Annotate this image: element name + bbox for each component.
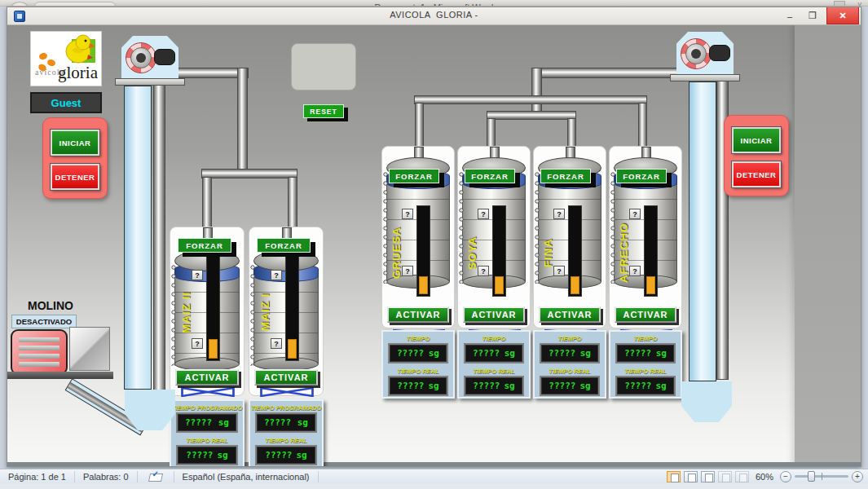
forzar-button-afrecho[interactable]: FORZAR (616, 169, 667, 183)
silo-bolt-column (610, 170, 617, 284)
elevator-pipe-left (153, 82, 165, 393)
silo-name-label: FINA (542, 217, 560, 289)
elevator-pulley (709, 45, 730, 61)
programmed-time-value: ????? (185, 417, 212, 428)
activar-button-gruesa[interactable]: ACTIVAR (387, 306, 449, 323)
time-unit: sg (579, 381, 590, 391)
silo-card-maiz-ii: ??MAIZ IIFORZARACTIVAR (170, 227, 245, 396)
web-layout-icon[interactable] (701, 471, 715, 482)
silo-legs (466, 323, 523, 328)
time-unit: sg (218, 417, 229, 428)
placeholder-display-box (291, 43, 356, 90)
silo-name-label: AFRECHO (618, 217, 636, 289)
forzar-button-maiz-i[interactable]: FORZAR (257, 238, 311, 253)
programmed-time-display: ?????sg (540, 343, 600, 363)
silo-card-maiz-i: ??MAIZ IFORZARACTIVAR (249, 227, 324, 396)
forzar-button-gruesa[interactable]: FORZAR (389, 169, 439, 183)
real-time-display: ?????sg (176, 445, 238, 465)
elevator-boot-right (681, 381, 732, 422)
activar-button-maiz-ii[interactable]: ACTIVAR (175, 369, 239, 385)
elevator-platform (670, 74, 740, 82)
outline-view-icon[interactable] (718, 471, 732, 482)
background-right-column (795, 25, 861, 466)
right-start-button[interactable]: INICIAR (732, 127, 781, 153)
timer-panel: TIEMPO PROGRAMADO?????sgTIEMPO REAL?????… (457, 330, 531, 399)
background-window-title: Documento1 - Microsoft Word (0, 1, 868, 7)
left-stop-button[interactable]: DETENER (51, 164, 99, 190)
transfer-pipe (487, 118, 496, 147)
full-screen-reading-icon[interactable] (684, 471, 698, 482)
right-stop-button[interactable]: DETENER (732, 161, 781, 187)
activar-button-maiz-i[interactable]: ACTIVAR (254, 369, 318, 385)
real-time-value: ????? (549, 381, 575, 391)
elevator-platform (115, 78, 185, 86)
motor-hub (136, 53, 146, 63)
statusbar: Página: 1 de 1 Palabras: 0 ✓ Español (Es… (0, 469, 868, 483)
forzar-button-fina[interactable]: FORZAR (540, 169, 591, 183)
zoom-in-icon[interactable]: + (852, 471, 863, 482)
minimize-button[interactable]: – (779, 7, 800, 24)
left-start-button[interactable]: INICIAR (51, 130, 99, 156)
reset-button[interactable]: RESET (303, 104, 344, 118)
transfer-pipe (414, 95, 647, 104)
right-control-panel: INICIAR DETENER (724, 115, 789, 196)
silo-card-fina: ??FINAFORZARACTIVAR (533, 146, 606, 328)
timer-panel: TIEMPO PROGRAMADO?????sgTIEMPO REAL?????… (533, 330, 606, 399)
real-time-label: TIEMPO REAL (383, 368, 453, 375)
programmed-time-display: ?????sg (255, 412, 317, 433)
level-gauge (285, 249, 299, 361)
zoom-level[interactable]: 60% (756, 472, 773, 482)
silo-legs (258, 385, 316, 395)
maximize-button[interactable]: ❒ (802, 7, 823, 24)
real-time-value: ????? (397, 381, 424, 391)
activar-button-soya[interactable]: ACTIVAR (463, 306, 525, 323)
time-unit: sg (580, 348, 591, 359)
motor-icon (126, 42, 156, 73)
molino-shelf (7, 372, 113, 379)
user-login-button[interactable]: Guest (30, 92, 102, 113)
close-button[interactable]: ✕ (826, 7, 859, 24)
screen: Documento1 - Microsoft Word v AVICOLA GL… (0, 0, 868, 489)
company-logo: avícola gloria (30, 31, 102, 86)
timer-panel: TIEMPO PROGRAMADO?????sgTIEMPO REAL?????… (609, 330, 682, 399)
transfer-pipe (487, 111, 576, 120)
statusbar-word-count[interactable]: Palabras: 0 (75, 471, 138, 482)
silo-legs (542, 323, 599, 328)
statusbar-right-group: 60% − + (667, 471, 868, 482)
timer-panel: TIEMPO PROGRAMADO?????sgTIEMPO REAL?????… (249, 399, 324, 466)
transfer-pipe (202, 177, 212, 227)
programmed-time-value: ????? (624, 348, 651, 359)
statusbar-language[interactable]: Español (España, internacional) (174, 471, 319, 482)
programmed-time-value: ????? (549, 348, 575, 359)
molino-title: MOLINO (14, 299, 87, 312)
time-unit: sg (504, 381, 514, 391)
activar-button-afrecho[interactable]: ACTIVAR (615, 306, 676, 323)
forzar-button-maiz-ii[interactable]: FORZAR (178, 238, 231, 253)
silo-bolt-column (534, 170, 541, 284)
statusbar-page-count[interactable]: Página: 1 de 1 (0, 471, 75, 482)
print-layout-icon[interactable] (667, 471, 681, 482)
programmed-time-value: ????? (397, 348, 424, 359)
motor-icon (681, 38, 712, 69)
silo-name-label: MAIZ II (180, 275, 198, 350)
silo-bolt-column (458, 170, 465, 284)
timer-panel: TIEMPO PROGRAMADO?????sgTIEMPO REAL?????… (381, 330, 455, 399)
programmed-time-value: ????? (264, 417, 291, 428)
real-time-display: ?????sg (255, 445, 317, 465)
programmed-time-label: TIEMPO PROGRAMADO (171, 404, 243, 412)
zoom-slider-thumb[interactable] (808, 471, 815, 482)
activar-button-fina[interactable]: ACTIVAR (539, 306, 601, 323)
draft-view-icon[interactable] (735, 471, 749, 482)
programmed-time-display: ?????sg (388, 343, 448, 363)
forzar-button-soya[interactable]: FORZAR (465, 169, 515, 183)
real-time-display: ?????sg (615, 376, 676, 396)
zoom-out-icon[interactable]: − (780, 471, 791, 482)
spellcheck-icon[interactable]: ✓ (138, 471, 174, 482)
level-fill (209, 339, 218, 359)
background-bottom-strip (7, 462, 861, 466)
molino-machine[interactable] (11, 329, 68, 375)
elevator-pulley (154, 49, 175, 65)
level-gauge (416, 205, 430, 297)
silo-name-label: GRUESA (390, 217, 408, 289)
zoom-slider[interactable] (795, 475, 848, 478)
